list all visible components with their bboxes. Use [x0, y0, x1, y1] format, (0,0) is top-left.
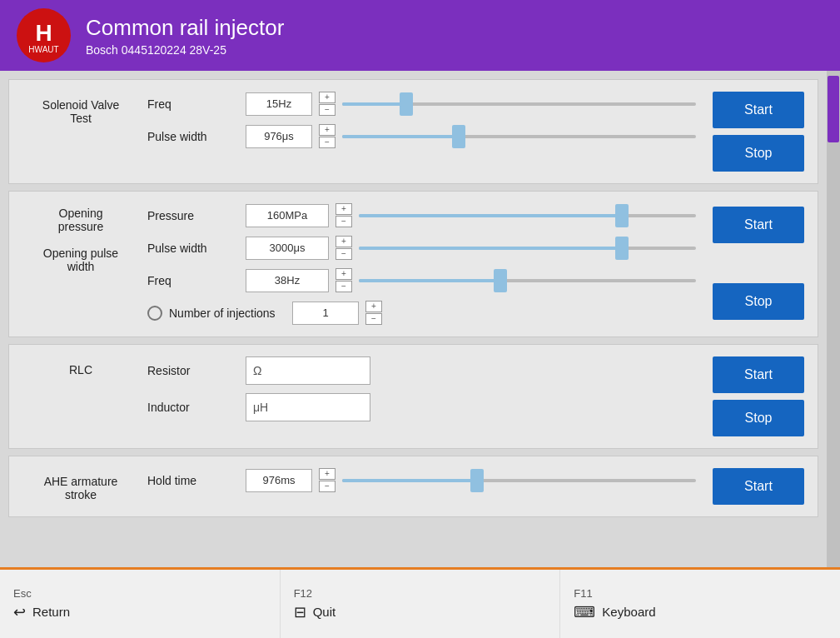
- scrollbar[interactable]: [827, 71, 840, 567]
- opening-freq-decrement[interactable]: −: [336, 281, 352, 292]
- inductor-row: Inductor μH: [147, 393, 696, 421]
- rlc-controls: Resistor Ω Inductor μH: [147, 356, 696, 421]
- solenoid-label: Solenoid ValveTest: [22, 92, 139, 125]
- pressure-row: Pressure 160MPa + −: [147, 203, 696, 227]
- pulse-width-thumb[interactable]: [452, 125, 465, 148]
- hold-time-fill: [342, 479, 477, 482]
- solenoid-start-button[interactable]: Start: [713, 92, 804, 128]
- opening-freq-label: Freq: [147, 274, 239, 287]
- opening-section: OpeningpressureOpening pulsewidth Pressu…: [8, 191, 818, 337]
- solenoid-row: Solenoid ValveTest Freq 15Hz + −: [22, 92, 804, 172]
- freq-value: 15Hz: [246, 92, 312, 116]
- pulse-width-decrement[interactable]: −: [319, 137, 336, 148]
- inductor-input: μH: [246, 393, 370, 421]
- pressure-track: [359, 214, 696, 217]
- opening-pulse-slider[interactable]: [359, 237, 696, 260]
- opening-pulse-stepper[interactable]: + −: [336, 236, 352, 260]
- opening-pulse-label: Pulse width: [147, 242, 239, 255]
- hold-time-row: Hold time 976ms + −: [147, 468, 696, 492]
- opening-freq-increment[interactable]: +: [336, 268, 352, 280]
- injections-row: Number of injections 1 + −: [147, 301, 696, 325]
- freq-increment[interactable]: +: [319, 92, 336, 103]
- opening-start-button[interactable]: Start: [713, 207, 804, 243]
- pressure-fill: [359, 214, 622, 217]
- resistor-input: Ω: [246, 356, 370, 385]
- opening-controls: Pressure 160MPa + −: [147, 203, 696, 325]
- injections-increment[interactable]: +: [365, 301, 382, 312]
- opening-pulse-decrement[interactable]: −: [336, 248, 352, 260]
- resistor-row: Resistor Ω: [147, 356, 696, 385]
- hold-time-decrement[interactable]: −: [319, 481, 336, 492]
- pulse-width-fill: [342, 135, 459, 138]
- opening-label: OpeningpressureOpening pulsewidth: [22, 203, 139, 273]
- hold-time-increment[interactable]: +: [319, 468, 336, 480]
- footer-esc-button[interactable]: Esc ↩ Return: [0, 570, 281, 638]
- opening-freq-row: Freq 38Hz + −: [147, 268, 696, 292]
- opening-pulse-increment[interactable]: +: [336, 236, 352, 247]
- pulse-width-slider[interactable]: [342, 125, 696, 148]
- pulse-width-track: [342, 135, 696, 138]
- app-header: H HWAUT Common rail injector Bosch 04451…: [0, 0, 840, 71]
- hold-time-stepper[interactable]: + −: [319, 468, 336, 492]
- esc-key-label: Esc: [13, 587, 32, 600]
- pulse-width-stepper[interactable]: + −: [319, 124, 336, 148]
- pulse-width-row: Pulse width 976μs + −: [147, 124, 696, 148]
- freq-stepper[interactable]: + −: [319, 92, 336, 116]
- app-title: Common rail injector: [86, 15, 284, 41]
- f11-key-label: F11: [574, 587, 592, 600]
- scrollbar-thumb[interactable]: [828, 76, 839, 142]
- injections-decrement[interactable]: −: [365, 313, 382, 325]
- injections-label: Number of injections: [169, 307, 286, 320]
- freq-decrement[interactable]: −: [319, 104, 336, 116]
- quit-label: Quit: [313, 605, 336, 619]
- freq-row: Freq 15Hz + −: [147, 92, 696, 116]
- solenoid-stop-button[interactable]: Stop: [713, 135, 804, 172]
- freq-thumb[interactable]: [400, 92, 413, 116]
- rlc-stop-button[interactable]: Stop: [713, 400, 804, 436]
- pressure-thumb[interactable]: [615, 204, 629, 227]
- freq-slider[interactable]: [342, 92, 696, 116]
- footer-f11-button[interactable]: F11 ⌨ Keyboard: [560, 570, 840, 638]
- rlc-start-button[interactable]: Start: [713, 356, 804, 393]
- solenoid-section: Solenoid ValveTest Freq 15Hz + −: [8, 79, 818, 184]
- opening-freq-track: [359, 279, 696, 282]
- pulse-width-increment[interactable]: +: [319, 124, 336, 136]
- rlc-section: RLC Resistor Ω Inductor μH Start Stop: [8, 344, 818, 449]
- rlc-label: RLC: [22, 356, 139, 376]
- injections-stepper[interactable]: + −: [365, 301, 382, 325]
- solenoid-actions: Start Stop: [713, 92, 804, 172]
- hold-time-value: 976ms: [246, 469, 312, 492]
- ahe-actions: Start: [713, 468, 804, 505]
- ahe-start-button[interactable]: Start: [713, 468, 804, 505]
- hold-time-slider[interactable]: [342, 469, 696, 492]
- f12-key-label: F12: [294, 587, 312, 600]
- pressure-slider[interactable]: [359, 204, 696, 227]
- opening-pulse-thumb[interactable]: [615, 237, 629, 260]
- opening-freq-stepper[interactable]: + −: [336, 268, 352, 292]
- pressure-value: 160MPa: [246, 204, 329, 227]
- main-content: Solenoid ValveTest Freq 15Hz + −: [0, 71, 840, 567]
- opening-pulse-value: 3000μs: [246, 237, 329, 260]
- injections-radio[interactable]: [147, 306, 162, 321]
- solenoid-controls: Freq 15Hz + −: [147, 92, 696, 148]
- hold-time-track: [342, 479, 696, 482]
- opening-stop-button[interactable]: Stop: [713, 283, 804, 320]
- header-info: Common rail injector Bosch 0445120224 28…: [86, 15, 284, 57]
- opening-pulse-row: Pulse width 3000μs + −: [147, 236, 696, 260]
- opening-freq-fill: [359, 279, 500, 282]
- ahe-controls: Hold time 976ms + −: [147, 468, 696, 492]
- pulse-width-label: Pulse width: [147, 130, 239, 143]
- pressure-decrement[interactable]: −: [336, 216, 352, 227]
- pulse-width-value: 976μs: [246, 125, 312, 148]
- ahe-label: AHE armaturestroke: [22, 468, 139, 501]
- footer: Esc ↩ Return F12 ⊟ Quit F11 ⌨ Keyboard: [0, 567, 840, 638]
- rlc-row: RLC Resistor Ω Inductor μH Start Stop: [22, 356, 804, 436]
- footer-f12-button[interactable]: F12 ⊟ Quit: [281, 570, 561, 638]
- hold-time-thumb[interactable]: [470, 469, 484, 492]
- opening-freq-thumb[interactable]: [494, 269, 507, 292]
- pressure-increment[interactable]: +: [336, 203, 352, 215]
- opening-freq-slider[interactable]: [359, 269, 696, 292]
- freq-fill: [342, 102, 406, 106]
- company-logo: H HWAUT: [17, 8, 71, 62]
- pressure-stepper[interactable]: + −: [336, 203, 352, 227]
